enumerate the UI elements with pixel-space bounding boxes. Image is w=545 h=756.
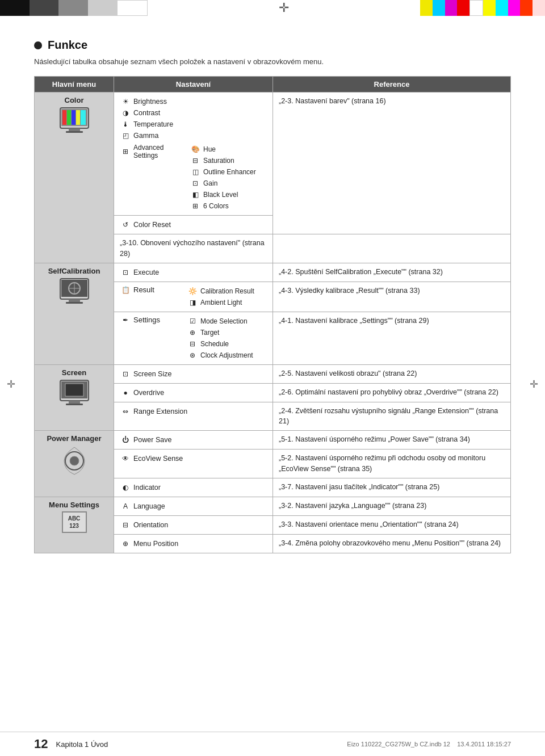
header-reference: Reference: [273, 77, 511, 93]
swatch-red2: [520, 0, 533, 16]
color-ref-text-2: „3-10. Obnovení výchozího nastavení" (st…: [120, 239, 265, 258]
range-icon: ⇔: [120, 407, 131, 416]
group-screen-cell: Screen: [35, 364, 114, 431]
color-reset-icon: ↺: [120, 220, 131, 229]
execute-icon: ⊡: [120, 268, 131, 277]
footer-date: 13.4.2011 18:15:27: [457, 741, 511, 747]
section-subtitle: Následující tabulka obsahuje seznam všec…: [34, 57, 511, 66]
compass-left-icon: ✛: [7, 378, 15, 390]
outline-icon: ◫: [190, 167, 201, 177]
advanced-settings-label: AdvancedSettings: [133, 144, 164, 159]
advanced-settings-label-row: ⊞ AdvancedSettings: [120, 144, 179, 159]
menu-position-ref: „3-4. Změna polohy obrazovkového menu „M…: [273, 534, 511, 553]
selfcal-ref-execute: „4-2. Spuštění SelfCalibration „Execute"…: [279, 268, 443, 276]
group-screen-name: Screen: [40, 368, 108, 377]
screen-size-label: Screen Size: [133, 370, 171, 378]
orientation-ref: „3-3. Nastavení orientace menu „Orientat…: [273, 515, 511, 534]
color-monitor-icon: [57, 107, 91, 138]
saturation-label: Saturation: [203, 157, 234, 165]
swatch-lightred: [533, 0, 545, 16]
target-icon: ⊕: [187, 328, 198, 337]
settings-icon: ✒: [120, 316, 131, 325]
target-label: Target: [200, 329, 219, 337]
menu-brightness: ☀ Brightness: [120, 96, 267, 107]
swatch-red: [457, 0, 469, 16]
compass-top-icon: ✛: [279, 1, 289, 15]
table-row-color: Color: [35, 93, 511, 216]
language-label: Language: [133, 502, 165, 510]
6colors-label: 6 Colors: [203, 202, 229, 210]
result-icon: 📋: [120, 285, 131, 295]
menu-cal-result: 🔆 Calibration Result: [187, 285, 254, 297]
menu-execute: ⊡ Execute: [120, 267, 267, 278]
menu-saturation: ⊟ Saturation: [190, 155, 256, 166]
language-settings: A Language: [114, 497, 273, 515]
svg-rect-5: [76, 110, 80, 125]
gamma-label: Gamma: [133, 132, 158, 140]
color-reference-2: „3-10. Obnovení výchozího nastavení" (st…: [114, 234, 273, 263]
color-reference-1: „2-3. Nastavení barev" (strana 16): [273, 93, 511, 234]
menu-overdrive: ● Overdrive: [120, 387, 267, 398]
selfcal-result-settings: 📋 Result 🔆 Calibration Result ◨ Ambient …: [114, 282, 273, 312]
selfcal-settings-settings: ✒ Settings ☑ Mode Selection ⊕ Target: [114, 312, 273, 364]
advanced-settings-row: ⊞ AdvancedSettings 🎨 Hue ⊟ Saturation: [120, 144, 267, 212]
result-sub-items: 🔆 Calibration Result ◨ Ambient Light: [181, 285, 254, 308]
table-row-selfcal-header: SelfCalibration ⊡ Execute: [35, 263, 511, 282]
svg-rect-8: [66, 131, 83, 133]
swatch-white2: [469, 0, 483, 16]
svg-rect-19: [69, 401, 80, 404]
settings-label: Settings: [133, 316, 160, 324]
menu-pos-icon: ⊕: [120, 539, 131, 548]
menuset-ref-menupos: „3-4. Změna polohy obrazovkového menu „M…: [279, 539, 501, 547]
menu-menu-position: ⊕ Menu Position: [120, 538, 267, 549]
black-level-icon: ◧: [190, 190, 201, 199]
result-row: 📋 Result 🔆 Calibration Result ◨ Ambient …: [120, 285, 267, 308]
menu-power-save: ⏻ Power Save: [120, 434, 267, 446]
menu-gain: ⊡ Gain: [190, 178, 256, 189]
menu-screen-size: ⊡ Screen Size: [120, 368, 267, 380]
swatch-cyan: [433, 0, 445, 16]
schedule-label: Schedule: [200, 340, 229, 348]
section-title: Funkce: [48, 39, 87, 52]
group-selfcal-name: SelfCalibration: [40, 267, 108, 275]
orientation-settings: ⊟ Orientation: [114, 515, 273, 534]
range-ref: „2-4. Zvětšení rozsahu výstupního signál…: [273, 402, 511, 431]
menu-indicator: ◐ Indicator: [120, 482, 267, 493]
menu-range: ⇔ Range Extension: [120, 406, 267, 417]
svg-rect-14: [69, 299, 80, 302]
page-number: 12: [34, 737, 48, 751]
contrast-icon: ◑: [120, 108, 131, 117]
advanced-icon: ⊞: [120, 147, 131, 156]
menu-ecoview: 👁 EcoView Sense: [120, 453, 267, 464]
menu-mode-selection: ☑ Mode Selection: [187, 316, 253, 327]
swatch-magenta2: [508, 0, 521, 16]
table-row-menu-settings: Menu Settings ABC 123 A Language „3-2. N…: [35, 497, 511, 515]
table-row-screen: Screen ⊡ Screen Size: [35, 364, 511, 383]
menuset-ref-language: „3-2. Nastavení jazyka „Language"" (stra…: [279, 502, 426, 510]
group-power-cell: Power Manager: [35, 431, 114, 497]
range-settings: ⇔ Range Extension: [114, 402, 273, 431]
swatch-magenta: [445, 0, 458, 16]
schedule-icon: ⊟: [187, 339, 198, 348]
bullet-icon: [34, 41, 42, 49]
menu-position-settings: ⊕ Menu Position: [114, 534, 273, 553]
swatch-cyan2: [496, 0, 508, 16]
selfcal-ref-settings: „4-1. Nastavení kalibrace „Settings"" (s…: [279, 317, 429, 325]
group-selfcal-cell: SelfCalibration: [35, 263, 114, 364]
color-settings-1: ☀ Brightness ◑ Contrast 🌡 Temperature ◰ …: [114, 93, 273, 216]
menu-gamma: ◰ Gamma: [120, 130, 267, 141]
ecoview-icon: 👁: [120, 454, 131, 463]
gamma-icon: ◰: [120, 131, 131, 140]
color-reset-label: Color Reset: [133, 221, 171, 229]
screen-ref-size: „2-5. Nastavení velikosti obrazu" (stran…: [279, 369, 417, 377]
svg-rect-20: [66, 404, 83, 405]
menuset-icon: ABC 123: [62, 511, 87, 533]
color-reset-settings: ↺ Color Reset: [114, 216, 273, 234]
cal-result-label: Calibration Result: [200, 287, 254, 295]
group-color-cell: Color: [35, 93, 114, 263]
power-save-ref: „5-1. Nastavení úsporného režimu „Power …: [273, 431, 511, 450]
menu-color-reset: ↺ Color Reset: [120, 219, 267, 230]
selfcal-monitor-icon: [57, 278, 91, 309]
gain-label: Gain: [203, 179, 217, 187]
temperature-label: Temperature: [133, 120, 173, 128]
